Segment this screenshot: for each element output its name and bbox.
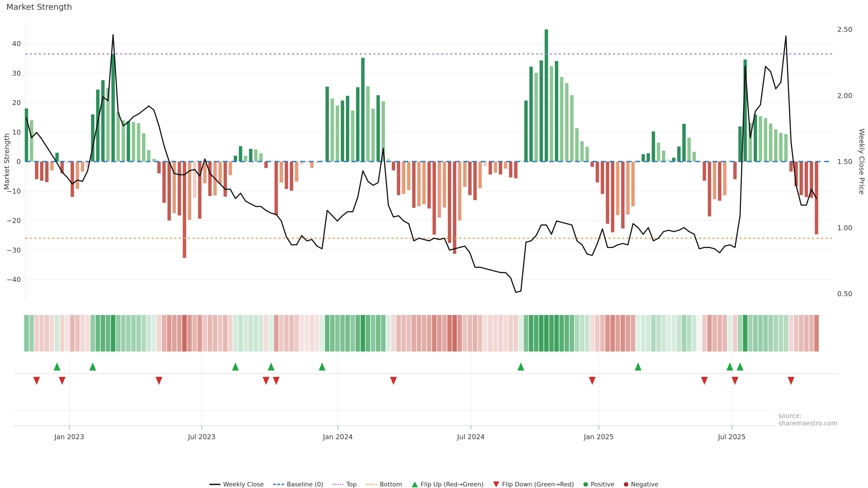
y-tick-label-left: 40: [12, 40, 21, 48]
strength-bar: [326, 87, 329, 162]
heatmap-cell: [656, 315, 661, 352]
heatmap-cell: [218, 315, 222, 352]
heatmap-cell: [177, 315, 182, 352]
heatmap-cell: [310, 315, 314, 352]
strength-bar: [575, 128, 579, 162]
heatmap-cell: [717, 315, 722, 352]
strength-bar: [127, 121, 130, 162]
heatmap-cell: [799, 315, 804, 352]
strength-bar: [142, 133, 145, 162]
strength-bar: [616, 162, 619, 215]
market-strength-dashboard: 403020100−10−20−30−40Market Strength2.50…: [0, 0, 868, 488]
heatmap-cell: [641, 315, 646, 352]
legend-item-negative: Negative: [624, 481, 658, 488]
legend-item-top-line: Top: [333, 481, 357, 488]
heatmap-cell: [605, 315, 610, 352]
strength-bar: [591, 162, 594, 167]
heatmap-cell: [422, 315, 426, 352]
heatmap-cell: [733, 315, 737, 352]
heatmap-cell: [300, 315, 304, 352]
heatmap-cell: [569, 315, 574, 352]
y-tick-label-left: 30: [12, 69, 21, 77]
negative-icon: [624, 482, 628, 487]
strength-bar: [259, 153, 263, 162]
heatmap-cell: [610, 315, 615, 352]
positive-icon: [583, 482, 588, 487]
strength-bar: [570, 95, 574, 162]
strength-bar: [147, 150, 151, 162]
heatmap-cell: [626, 315, 630, 352]
strength-bar: [565, 83, 568, 162]
flip-down-marker: [263, 377, 270, 385]
heatmap-cell: [804, 315, 809, 352]
strength-bar: [264, 162, 268, 168]
heatmap-cell: [152, 315, 156, 352]
y-axis-title-right: Weekly Close Price: [858, 129, 866, 195]
strength-bar: [239, 146, 242, 162]
strength-bar: [412, 162, 415, 208]
heatmap-cell: [478, 315, 483, 352]
heatmap-cell: [554, 315, 559, 352]
strength-bar: [35, 162, 38, 179]
heatmap-cell: [126, 315, 131, 352]
strength-bar: [718, 162, 721, 201]
flip-down-marker: [273, 377, 280, 385]
heatmap-cell: [106, 315, 110, 352]
strength-bar: [371, 109, 375, 162]
strength-bar: [631, 162, 635, 206]
strength-bar: [285, 162, 288, 189]
heatmap-cell: [289, 315, 294, 352]
strength-bar: [550, 66, 553, 162]
heatmap-cell: [677, 315, 681, 352]
weekly-close-line-icon: [210, 484, 220, 485]
legend-item-flip-down: Flip Down (Green→Red): [493, 481, 574, 488]
strength-bar: [76, 162, 79, 189]
heatmap-cell: [305, 315, 309, 352]
flip-up-marker: [54, 362, 60, 370]
strength-bar: [443, 162, 446, 207]
heatmap-cell: [416, 315, 421, 352]
strength-bar: [274, 162, 278, 215]
strength-bar: [132, 122, 135, 162]
strength-bar: [280, 162, 283, 183]
strength-bar: [116, 112, 120, 162]
heatmap-cell: [228, 315, 232, 352]
market-strength-chart: 403020100−10−20−30−40Market Strength2.50…: [0, 0, 868, 488]
heatmap-cell: [524, 315, 528, 352]
heatmap-cell: [503, 315, 508, 352]
flip-down-marker: [701, 377, 708, 385]
heatmap-cell: [564, 315, 569, 352]
heatmap-cell: [111, 315, 115, 352]
heatmap-cell: [488, 315, 493, 352]
heatmap-cell: [197, 315, 202, 352]
strength-bar: [759, 116, 762, 162]
strength-bar: [478, 162, 482, 188]
heatmap-cell: [147, 315, 151, 352]
heatmap-cell: [330, 315, 335, 352]
strength-bar: [112, 54, 115, 162]
strength-bar: [361, 58, 365, 162]
strength-bar: [433, 162, 436, 235]
heatmap-cell: [687, 315, 691, 352]
heatmap-cell: [809, 315, 814, 352]
legend-label: Positive: [591, 481, 614, 488]
strength-bar: [473, 162, 477, 200]
heatmap-cell: [203, 315, 207, 352]
strength-bar: [81, 162, 84, 171]
strength-bar: [585, 147, 589, 162]
heatmap-cell: [590, 315, 594, 352]
strength-bar: [769, 124, 772, 162]
strength-bar: [652, 131, 655, 162]
heatmap-cell: [34, 315, 39, 352]
strength-bar: [800, 162, 803, 195]
heatmap-cell: [712, 315, 717, 352]
heatmap-cell: [722, 315, 727, 352]
flip-up-marker: [268, 362, 274, 370]
heatmap-cell: [575, 315, 579, 352]
strength-bar: [509, 162, 513, 177]
strength-bar: [290, 162, 293, 191]
heatmap-cell: [707, 315, 712, 352]
bottom-line-icon: [366, 484, 377, 485]
heatmap-cell: [157, 315, 161, 352]
strength-bar: [779, 133, 782, 162]
